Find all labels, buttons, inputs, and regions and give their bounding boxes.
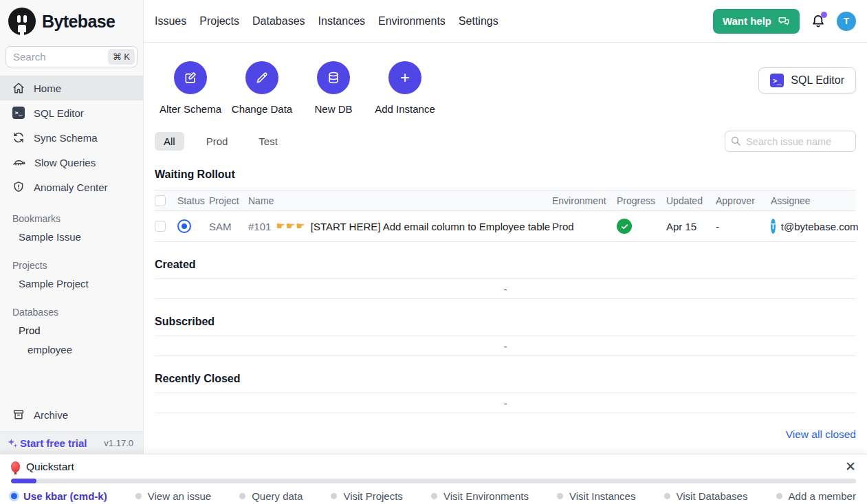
nav-settings[interactable]: Settings (459, 15, 498, 28)
sidebar-item-anomaly-center[interactable]: Anomaly Center (0, 175, 143, 199)
tab-all[interactable]: All (155, 132, 184, 151)
action-label: Change Data (232, 103, 292, 115)
quickstart-item-visit-databases[interactable]: Visit Databases (664, 490, 748, 502)
nav-environments[interactable]: Environments (378, 15, 446, 28)
issue-row[interactable]: SAM #101 ☛☛☛ [START HERE] Add email colu… (155, 211, 856, 242)
quickstart-item-add-member[interactable]: Add a member (776, 490, 856, 502)
sql-editor-label: SQL Editor (791, 74, 844, 87)
tab-test[interactable]: Test (250, 132, 287, 151)
top-bar-right: Want help T (713, 9, 856, 34)
section-header: Databases (0, 303, 143, 320)
pencil-icon (245, 61, 278, 94)
chat-bubbles-icon (778, 15, 790, 28)
project-cell: SAM (209, 221, 248, 232)
action-label: Alter Schema (160, 103, 221, 115)
sql-editor-button[interactable]: >_ SQL Editor (758, 67, 856, 94)
filter-row: All Prod Test (155, 131, 856, 152)
nav-instances[interactable]: Instances (318, 15, 365, 28)
plus-icon: + (388, 61, 421, 94)
quickstart-item-label: Query data (252, 490, 303, 502)
quickstart-title-row: Quickstart (11, 461, 856, 473)
home-icon (12, 82, 25, 94)
quickstart-item-label: Use kbar (cmd-k) (23, 490, 107, 502)
alter-schema-button[interactable]: Alter Schema (155, 61, 226, 115)
issue-search-input[interactable] (725, 131, 856, 152)
quickstart-item-kbar[interactable]: Use kbar (cmd-k) (11, 490, 107, 502)
notifications-button[interactable] (810, 13, 826, 30)
check-circle-icon (617, 219, 632, 234)
quickstart-item-query-data[interactable]: Query data (239, 490, 303, 502)
nav-projects[interactable]: Projects (199, 15, 239, 28)
sidebar-item-home[interactable]: Home (0, 76, 143, 100)
step-dot (11, 493, 17, 499)
sidebar-item-sql-editor[interactable]: >_ SQL Editor (0, 100, 143, 125)
brand-name: Bytebase (42, 12, 115, 32)
sidebar-section-databases: Databases Prod employee (0, 303, 143, 359)
table-header: Status Project Name Environment Progress… (155, 190, 856, 211)
issue-name-cell[interactable]: #101 ☛☛☛ [START HERE] Add email column t… (248, 220, 552, 232)
quickstart-item-visit-projects[interactable]: Visit Projects (331, 490, 402, 502)
shield-alert-icon (12, 181, 25, 193)
select-all-checkbox[interactable] (155, 195, 166, 206)
sidebar-item-slow-queries[interactable]: Slow Queries (0, 150, 143, 175)
sidebar-item-label: SQL Editor (34, 107, 84, 119)
environment-cell: Prod (552, 221, 617, 232)
sidebar-item-sample-project[interactable]: Sample Project (0, 274, 143, 293)
sidebar-item-sync-schema[interactable]: Sync Schema (0, 125, 143, 150)
recently-closed-title: Recently Closed (155, 373, 856, 385)
view-all-closed-link[interactable]: View all closed (786, 428, 856, 441)
col-approver: Approver (716, 195, 771, 206)
step-dot (135, 493, 142, 499)
quickstart-item-label: Visit Instances (569, 490, 635, 502)
subscribed-empty: - (155, 336, 856, 356)
change-data-button[interactable]: Change Data (226, 61, 298, 115)
col-environment: Environment (552, 195, 617, 206)
add-instance-button[interactable]: + Add Instance (369, 61, 441, 115)
trial-bar: Start free trial v1.17.0 (0, 431, 143, 454)
quickstart-item-label: View an issue (148, 490, 211, 502)
archive-box-icon (12, 408, 25, 421)
quickstart-item-visit-environments[interactable]: Visit Environments (431, 490, 529, 502)
nav-issues[interactable]: Issues (155, 15, 186, 28)
sidebar-item-prod[interactable]: Prod (0, 320, 143, 340)
search-shortcut-badge: ⌘ K (108, 49, 135, 65)
tab-prod[interactable]: Prod (197, 132, 237, 151)
new-db-button[interactable]: New DB (298, 61, 369, 115)
logo-link[interactable]: Bytebase (0, 0, 143, 43)
sidebar-item-label: Archive (34, 409, 68, 421)
quickstart-item-label: Visit Databases (677, 490, 748, 502)
want-help-button[interactable]: Want help (713, 9, 800, 34)
row-checkbox[interactable] (155, 221, 166, 232)
quickstart-bar: Quickstart ✕ Use kbar (cmd-k) View an is… (0, 454, 867, 504)
quickstart-item-view-issue[interactable]: View an issue (135, 490, 211, 502)
user-avatar[interactable]: T (837, 12, 856, 31)
section-header: Projects (0, 256, 143, 274)
sparkles-icon (7, 437, 19, 449)
sidebar-item-sample-issue[interactable]: Sample Issue (0, 227, 143, 246)
nav-databases[interactable]: Databases (252, 15, 305, 28)
col-updated: Updated (666, 195, 716, 206)
bytebase-logo-icon (8, 8, 36, 35)
close-icon[interactable]: ✕ (845, 460, 856, 473)
step-dot (239, 493, 245, 499)
sidebar-item-employee[interactable]: employee (0, 340, 143, 359)
help-label: Want help (723, 15, 771, 27)
issue-table: Status Project Name Environment Progress… (155, 190, 856, 242)
section-header: Bookmarks (0, 210, 143, 227)
sidebar-item-label: Anomaly Center (34, 182, 108, 193)
sidebar: Bytebase ⌘ K Home >_ SQL Editor Sync Sch… (0, 0, 144, 454)
quickstart-progress-track (11, 479, 856, 483)
quickstart-item-label: Add a member (789, 490, 856, 502)
progress-cell (617, 219, 666, 234)
sidebar-item-archive[interactable]: Archive (0, 402, 143, 427)
col-status: Status (177, 195, 209, 206)
step-dot (331, 493, 337, 499)
updated-cell: Apr 15 (666, 221, 716, 232)
terminal-icon: >_ (12, 107, 25, 119)
start-free-trial-link[interactable]: Start free trial (7, 437, 87, 449)
assignee-email: t@bytebase.com (781, 221, 859, 232)
sidebar-item-label: Slow Queries (34, 157, 96, 168)
quickstart-item-visit-instances[interactable]: Visit Instances (557, 490, 635, 502)
waiting-rollout-title: Waiting Rollout (155, 168, 856, 181)
sidebar-nav: Home >_ SQL Editor Sync Schema Slow Quer… (0, 76, 143, 199)
